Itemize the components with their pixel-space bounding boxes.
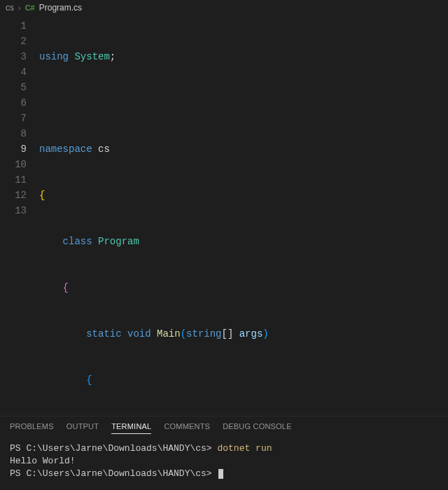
code-line[interactable]: static void Main(string[] args) — [39, 326, 448, 342]
breadcrumb[interactable]: cs › C# Program.cs — [0, 0, 448, 15]
identifier-system: System — [74, 51, 109, 62]
brace-open: { — [86, 374, 92, 386]
terminal-command: dotnet run — [217, 443, 272, 454]
line-number: 3 — [0, 49, 27, 64]
bottom-panel: PROBLEMS OUTPUT TERMINAL COMMENTS DEBUG … — [0, 416, 448, 490]
keyword-class: class — [63, 236, 92, 247]
parameter-args: args — [239, 328, 263, 340]
line-number: 11 — [0, 172, 27, 188]
tab-comments[interactable]: COMMENTS — [164, 422, 210, 434]
tab-terminal[interactable]: TERMINAL — [111, 422, 151, 434]
paren-open: ( — [181, 328, 186, 340]
code-line[interactable]: { — [39, 280, 448, 295]
brace-open: { — [63, 282, 69, 293]
line-number: 8 — [0, 126, 27, 141]
keyword-void: void — [127, 328, 151, 340]
tab-problems[interactable]: PROBLEMS — [10, 422, 54, 434]
code-line[interactable]: namespace cs — [39, 141, 448, 157]
line-number: 1 — [0, 18, 27, 34]
terminal-prompt-path: C:\Users\Jarne\Downloads\HANDY\cs> — [26, 468, 211, 479]
csharp-file-icon: C# — [25, 4, 35, 12]
class-program: Program — [98, 236, 139, 247]
line-number: 6 — [0, 95, 27, 111]
keyword-using: using — [39, 51, 69, 62]
identifier-cs: cs — [98, 144, 110, 155]
terminal-output[interactable]: PS C:\Users\Jarne\Downloads\HANDY\cs> do… — [0, 438, 448, 490]
method-main: Main — [157, 328, 181, 340]
semicolon: ; — [110, 51, 115, 62]
line-number: 12 — [0, 188, 27, 203]
line-number: 13 — [0, 203, 27, 218]
bracket-close: ] — [227, 328, 233, 340]
line-number-gutter: 1 2 3 4 5 6 7 8 9 10 11 12 13 — [0, 15, 39, 416]
line-number: 4 — [0, 64, 27, 80]
line-number: 7 — [0, 111, 27, 126]
terminal-prompt-path: C:\Users\Jarne\Downloads\HANDY\cs> — [26, 443, 211, 454]
breadcrumb-folder[interactable]: cs — [6, 3, 14, 13]
code-editor[interactable]: 1 2 3 4 5 6 7 8 9 10 11 12 13 using Syst… — [0, 15, 448, 416]
panel-tabs: PROBLEMS OUTPUT TERMINAL COMMENTS DEBUG … — [0, 416, 448, 438]
chevron-right-icon: › — [18, 4, 21, 12]
keyword-namespace: namespace — [39, 144, 92, 155]
code-line[interactable] — [39, 95, 448, 111]
code-area[interactable]: using System; namespace cs { class Progr… — [39, 15, 448, 416]
terminal-prompt-prefix: PS — [10, 443, 26, 454]
paren-close: ) — [262, 328, 268, 340]
tab-debug-console[interactable]: DEBUG CONSOLE — [223, 422, 292, 434]
terminal-output-line: Hello World! — [10, 456, 76, 466]
line-number: 2 — [0, 34, 27, 49]
tab-output[interactable]: OUTPUT — [66, 422, 99, 434]
keyword-static: static — [86, 328, 121, 340]
breadcrumb-filename[interactable]: Program.cs — [39, 3, 82, 13]
code-line[interactable]: class Program — [39, 234, 448, 249]
terminal-cursor-icon — [218, 469, 223, 479]
code-line[interactable]: { — [39, 188, 448, 203]
terminal-prompt-prefix: PS — [10, 468, 26, 479]
code-line[interactable]: using System; — [39, 49, 448, 64]
code-line[interactable]: { — [39, 372, 448, 388]
line-number: 5 — [0, 80, 27, 95]
line-number-current: 9 — [0, 141, 27, 157]
bracket-open: [ — [222, 328, 227, 340]
brace-open: { — [39, 190, 45, 201]
keyword-string: string — [186, 328, 221, 340]
line-number: 10 — [0, 157, 27, 172]
